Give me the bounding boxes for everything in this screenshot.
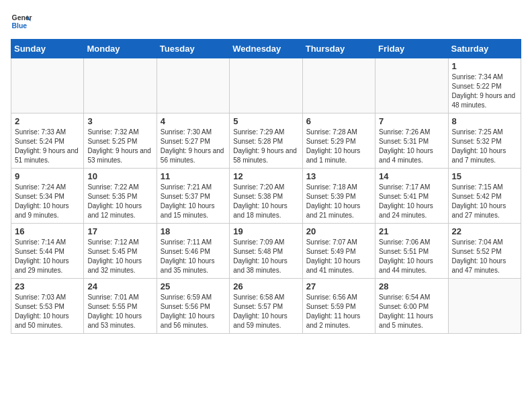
calendar-day-cell: 18Sunrise: 7:11 AM Sunset: 5:46 PM Dayli…: [157, 224, 229, 279]
day-number: 7: [379, 116, 444, 126]
day-number: 28: [379, 281, 444, 291]
calendar-day-cell: [84, 58, 157, 113]
calendar-day-cell: 2Sunrise: 7:33 AM Sunset: 5:24 PM Daylig…: [11, 113, 84, 169]
calendar-day-cell: 25Sunrise: 6:59 AM Sunset: 5:56 PM Dayli…: [157, 279, 229, 334]
day-info: Sunrise: 7:15 AM Sunset: 5:42 PM Dayligh…: [452, 183, 517, 220]
day-number: 16: [15, 226, 80, 236]
weekday-header-cell: Wednesday: [230, 40, 302, 58]
calendar-day-cell: 7Sunrise: 7:26 AM Sunset: 5:31 PM Daylig…: [375, 113, 448, 169]
day-info: Sunrise: 6:56 AM Sunset: 5:59 PM Dayligh…: [306, 293, 371, 330]
day-number: 8: [452, 116, 517, 126]
day-info: Sunrise: 7:03 AM Sunset: 5:53 PM Dayligh…: [15, 293, 80, 330]
logo: General Blue: [11, 11, 32, 32]
calendar-week-row: 1Sunrise: 7:34 AM Sunset: 5:22 PM Daylig…: [11, 58, 521, 113]
day-number: 3: [87, 116, 152, 126]
calendar-day-cell: 4Sunrise: 7:30 AM Sunset: 5:27 PM Daylig…: [157, 113, 229, 169]
day-number: 14: [379, 171, 444, 181]
day-number: 10: [87, 171, 152, 181]
day-info: Sunrise: 7:25 AM Sunset: 5:32 PM Dayligh…: [452, 128, 517, 165]
day-info: Sunrise: 7:18 AM Sunset: 5:39 PM Dayligh…: [306, 183, 371, 220]
calendar-day-cell: 6Sunrise: 7:28 AM Sunset: 5:29 PM Daylig…: [302, 113, 375, 169]
day-number: 4: [161, 116, 226, 126]
svg-text:General: General: [12, 14, 32, 21]
calendar-day-cell: 19Sunrise: 7:09 AM Sunset: 5:48 PM Dayli…: [230, 224, 302, 279]
day-info: Sunrise: 7:12 AM Sunset: 5:45 PM Dayligh…: [87, 238, 152, 275]
calendar-day-cell: 10Sunrise: 7:22 AM Sunset: 5:35 PM Dayli…: [84, 169, 157, 224]
calendar-day-cell: 9Sunrise: 7:24 AM Sunset: 5:34 PM Daylig…: [11, 169, 84, 224]
calendar-day-cell: 3Sunrise: 7:32 AM Sunset: 5:25 PM Daylig…: [84, 113, 157, 169]
calendar-day-cell: 11Sunrise: 7:21 AM Sunset: 5:37 PM Dayli…: [157, 169, 229, 224]
calendar-day-cell: 26Sunrise: 6:58 AM Sunset: 5:57 PM Dayli…: [230, 279, 302, 334]
day-number: 5: [233, 116, 298, 126]
day-info: Sunrise: 7:33 AM Sunset: 5:24 PM Dayligh…: [15, 128, 80, 165]
day-number: 27: [306, 281, 371, 291]
day-number: 21: [379, 226, 444, 236]
day-number: 9: [15, 171, 80, 181]
calendar-day-cell: 8Sunrise: 7:25 AM Sunset: 5:32 PM Daylig…: [448, 113, 521, 169]
calendar-day-cell: [448, 279, 521, 334]
calendar-day-cell: 13Sunrise: 7:18 AM Sunset: 5:39 PM Dayli…: [302, 169, 375, 224]
calendar-week-row: 2Sunrise: 7:33 AM Sunset: 5:24 PM Daylig…: [11, 113, 521, 169]
day-info: Sunrise: 7:26 AM Sunset: 5:31 PM Dayligh…: [379, 128, 444, 165]
weekday-header-cell: Monday: [84, 40, 157, 58]
day-number: 26: [233, 281, 298, 291]
weekday-header-cell: Friday: [375, 40, 448, 58]
page-header: General Blue: [11, 11, 521, 32]
day-number: 6: [306, 116, 371, 126]
calendar-day-cell: 21Sunrise: 7:06 AM Sunset: 5:51 PM Dayli…: [375, 224, 448, 279]
svg-text:Blue: Blue: [12, 22, 28, 30]
day-info: Sunrise: 7:01 AM Sunset: 5:55 PM Dayligh…: [87, 293, 152, 330]
day-info: Sunrise: 7:34 AM Sunset: 5:22 PM Dayligh…: [452, 73, 517, 110]
weekday-header-cell: Saturday: [448, 40, 521, 58]
day-info: Sunrise: 7:14 AM Sunset: 5:44 PM Dayligh…: [15, 238, 80, 275]
day-info: Sunrise: 6:54 AM Sunset: 6:00 PM Dayligh…: [379, 293, 444, 330]
weekday-header-cell: Tuesday: [157, 40, 229, 58]
calendar-day-cell: [375, 58, 448, 113]
day-info: Sunrise: 6:59 AM Sunset: 5:56 PM Dayligh…: [161, 293, 226, 330]
calendar-day-cell: 23Sunrise: 7:03 AM Sunset: 5:53 PM Dayli…: [11, 279, 84, 334]
calendar-week-row: 9Sunrise: 7:24 AM Sunset: 5:34 PM Daylig…: [11, 169, 521, 224]
calendar-day-cell: 15Sunrise: 7:15 AM Sunset: 5:42 PM Dayli…: [448, 169, 521, 224]
day-number: 15: [452, 171, 517, 181]
calendar-body: 1Sunrise: 7:34 AM Sunset: 5:22 PM Daylig…: [11, 58, 521, 334]
weekday-header-row: SundayMondayTuesdayWednesdayThursdayFrid…: [11, 40, 521, 58]
day-info: Sunrise: 6:58 AM Sunset: 5:57 PM Dayligh…: [233, 293, 298, 330]
calendar-day-cell: 5Sunrise: 7:29 AM Sunset: 5:28 PM Daylig…: [230, 113, 302, 169]
day-info: Sunrise: 7:29 AM Sunset: 5:28 PM Dayligh…: [233, 128, 298, 165]
weekday-header-cell: Sunday: [11, 40, 84, 58]
calendar-day-cell: 20Sunrise: 7:07 AM Sunset: 5:49 PM Dayli…: [302, 224, 375, 279]
calendar-week-row: 16Sunrise: 7:14 AM Sunset: 5:44 PM Dayli…: [11, 224, 521, 279]
calendar-day-cell: [11, 58, 84, 113]
day-info: Sunrise: 7:09 AM Sunset: 5:48 PM Dayligh…: [233, 238, 298, 275]
day-info: Sunrise: 7:17 AM Sunset: 5:41 PM Dayligh…: [379, 183, 444, 220]
day-info: Sunrise: 7:04 AM Sunset: 5:52 PM Dayligh…: [452, 238, 517, 275]
day-info: Sunrise: 7:20 AM Sunset: 5:38 PM Dayligh…: [233, 183, 298, 220]
calendar-day-cell: 16Sunrise: 7:14 AM Sunset: 5:44 PM Dayli…: [11, 224, 84, 279]
day-info: Sunrise: 7:06 AM Sunset: 5:51 PM Dayligh…: [379, 238, 444, 275]
calendar-day-cell: [302, 58, 375, 113]
day-number: 19: [233, 226, 298, 236]
day-number: 18: [161, 226, 226, 236]
day-number: 11: [161, 171, 226, 181]
day-number: 1: [452, 61, 517, 71]
calendar-day-cell: [157, 58, 229, 113]
calendar-day-cell: 1Sunrise: 7:34 AM Sunset: 5:22 PM Daylig…: [448, 58, 521, 113]
calendar-day-cell: [230, 58, 302, 113]
day-info: Sunrise: 7:11 AM Sunset: 5:46 PM Dayligh…: [161, 238, 226, 275]
day-info: Sunrise: 7:28 AM Sunset: 5:29 PM Dayligh…: [306, 128, 371, 165]
weekday-header-cell: Thursday: [302, 40, 375, 58]
calendar-day-cell: 24Sunrise: 7:01 AM Sunset: 5:55 PM Dayli…: [84, 279, 157, 334]
day-number: 25: [161, 281, 226, 291]
day-info: Sunrise: 7:21 AM Sunset: 5:37 PM Dayligh…: [161, 183, 226, 220]
logo-icon: General Blue: [11, 11, 32, 32]
day-info: Sunrise: 7:24 AM Sunset: 5:34 PM Dayligh…: [15, 183, 80, 220]
calendar-day-cell: 12Sunrise: 7:20 AM Sunset: 5:38 PM Dayli…: [230, 169, 302, 224]
calendar-day-cell: 28Sunrise: 6:54 AM Sunset: 6:00 PM Dayli…: [375, 279, 448, 334]
day-info: Sunrise: 7:30 AM Sunset: 5:27 PM Dayligh…: [161, 128, 226, 165]
day-info: Sunrise: 7:07 AM Sunset: 5:49 PM Dayligh…: [306, 238, 371, 275]
day-number: 24: [87, 281, 152, 291]
day-info: Sunrise: 7:32 AM Sunset: 5:25 PM Dayligh…: [87, 128, 152, 165]
calendar-day-cell: 27Sunrise: 6:56 AM Sunset: 5:59 PM Dayli…: [302, 279, 375, 334]
calendar-day-cell: 22Sunrise: 7:04 AM Sunset: 5:52 PM Dayli…: [448, 224, 521, 279]
day-number: 23: [15, 281, 80, 291]
